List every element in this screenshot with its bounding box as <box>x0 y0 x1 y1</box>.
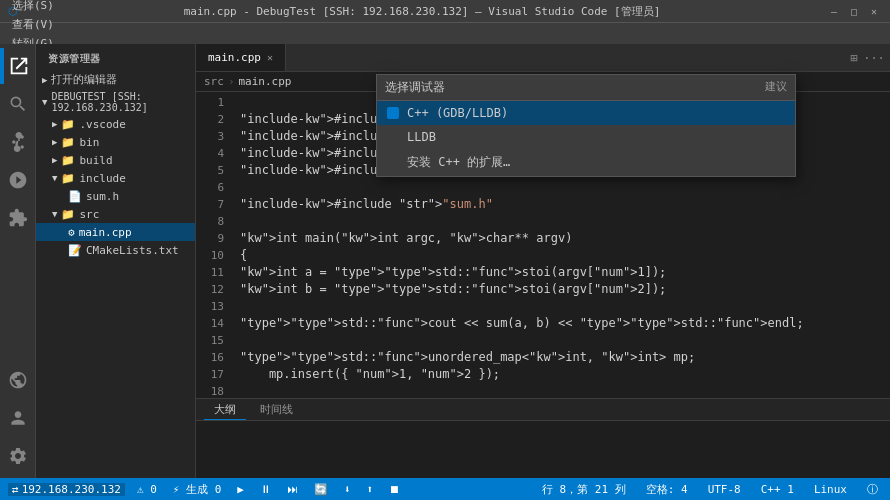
tree-item-label: main.cpp <box>79 226 132 239</box>
breadcrumb-sep1: › <box>228 75 235 88</box>
main-layout: 资源管理器 ▶ 打开的编辑器 ▼ DEBUGTEST [SSH: 192.168… <box>0 44 890 478</box>
menubar: 文件(F)编辑(E)选择(S)查看(V)转到(G)运行(R)终端(T)帮助(H) <box>0 22 890 44</box>
tree-item-vscode[interactable]: ▶ 📁 .vscode <box>36 115 195 133</box>
activity-bar <box>0 44 36 478</box>
file-icon: 📝 <box>68 244 82 257</box>
folder-icon: 📁 <box>61 154 75 167</box>
tree-item-label: .vscode <box>79 118 125 131</box>
panel-tabs: 大纲 时间线 <box>196 399 890 421</box>
line-number-13: 13 <box>196 298 224 315</box>
open-editors-section[interactable]: ▶ 打开的编辑器 <box>36 70 195 89</box>
accounts-icon[interactable] <box>0 400 36 436</box>
code-line-8 <box>240 213 890 230</box>
project-chevron: ▼ <box>42 97 47 107</box>
code-line-6 <box>240 179 890 196</box>
line-number-12: 12 <box>196 281 224 298</box>
debug-suggestion-label: 建议 <box>765 79 787 94</box>
code-line-13 <box>240 298 890 315</box>
line-endings[interactable]: Linux <box>810 483 851 496</box>
folder-icon: 📁 <box>61 208 75 221</box>
remote-icon: ⇄ <box>12 483 19 496</box>
breadcrumb-file[interactable]: main.cpp <box>239 75 292 88</box>
line-number-15: 15 <box>196 332 224 349</box>
code-line-12: "kw">int b = "type">"type">std::"func">s… <box>240 281 890 298</box>
debug-option-1[interactable]: LLDB <box>377 125 795 149</box>
menu-item-v[interactable]: 查看(V) <box>4 15 62 34</box>
line-number-3: 3 <box>196 128 224 145</box>
remote-status-item[interactable]: ⇄ 192.168.230.132 <box>8 483 125 496</box>
tree-item-build[interactable]: ▶ 📁 build <box>36 151 195 169</box>
explorer-header: 资源管理器 <box>36 44 195 70</box>
folder-chevron: ▶ <box>52 119 57 129</box>
project-section[interactable]: ▼ DEBUGTEST [SSH: 192.168.230.132] <box>36 89 195 115</box>
line-number-4: 4 <box>196 145 224 162</box>
notifications-icon[interactable]: ⓘ <box>863 482 882 497</box>
breadcrumb-src[interactable]: src <box>204 75 224 88</box>
folder-chevron: ▶ <box>52 137 57 147</box>
debug-selector[interactable]: 选择调试器 建议 C++ (GDB/LLDB)LLDB安装 C++ 的扩展… <box>376 74 796 177</box>
panel-tab-outline[interactable]: 大纲 <box>204 400 246 420</box>
tree-item-maincpp[interactable]: ⚙ main.cpp <box>36 223 195 241</box>
source-control-icon[interactable] <box>0 124 36 160</box>
project-label: DEBUGTEST [SSH: 192.168.230.132] <box>51 91 189 113</box>
debug-selector-header: 选择调试器 建议 <box>377 75 795 101</box>
line-number-18: 18 <box>196 383 224 398</box>
open-editors-label: 打开的编辑器 <box>51 72 117 87</box>
statusbar: ⇄ 192.168.230.132 ⚠ 0 ⚡ 生成 0 ▶ ⏸ ⏭ 🔄 ⬇ ⬆… <box>0 478 890 500</box>
stop-button[interactable]: ⏹ <box>385 483 404 496</box>
run-icon[interactable] <box>0 162 36 198</box>
more-actions-icon[interactable]: ··· <box>866 50 882 66</box>
folder-icon: 📁 <box>61 172 75 185</box>
settings-icon[interactable] <box>0 438 36 474</box>
explorer-icon[interactable] <box>0 48 36 84</box>
search-icon[interactable] <box>0 86 36 122</box>
menu-item-s[interactable]: 选择(S) <box>4 0 62 15</box>
debug-option-2[interactable]: 安装 C++ 的扩展… <box>377 149 795 176</box>
titlebar-title: main.cpp - DebugTest [SSH: 192.168.230.1… <box>18 4 826 19</box>
debug-option-label-2: 安装 C++ 的扩展… <box>407 154 785 171</box>
run-button[interactable]: ▶ <box>233 483 248 496</box>
tree-item-sumh[interactable]: 📄 sum.h <box>36 187 195 205</box>
tree-item-src[interactable]: ▼ 📁 src <box>36 205 195 223</box>
maximize-button[interactable]: □ <box>846 3 862 19</box>
remote-icon[interactable] <box>0 362 36 398</box>
step-out-button[interactable]: ⬆ <box>363 483 378 496</box>
language-mode[interactable]: C++ 1 <box>757 483 798 496</box>
split-editor-icon[interactable]: ⊞ <box>846 50 862 66</box>
statusbar-right: 行 8，第 21 列 空格: 4 UTF-8 C++ 1 Linux ⓘ <box>538 482 882 497</box>
folder-icon: 📁 <box>61 136 75 149</box>
debug-option-0[interactable]: C++ (GDB/LLDB) <box>377 101 795 125</box>
titlebar: ⬡ main.cpp - DebugTest [SSH: 192.168.230… <box>0 0 890 22</box>
tree-item-label: build <box>79 154 112 167</box>
folder-icon: 📁 <box>61 118 75 131</box>
build-status-item[interactable]: ⚡ 生成 0 <box>169 482 226 497</box>
extensions-icon[interactable] <box>0 200 36 236</box>
tab-main-cpp[interactable]: main.cpp ✕ <box>196 44 286 71</box>
code-line-9: "kw">int main("kw">int argc, "kw">char**… <box>240 230 890 247</box>
tree-item-cmakeliststxt[interactable]: 📝 CMakeLists.txt <box>36 241 195 259</box>
line-number-1: 1 <box>196 94 224 111</box>
indentation[interactable]: 空格: 4 <box>642 482 692 497</box>
code-line-18 <box>240 383 890 398</box>
step-into-button[interactable]: ⬇ <box>340 483 355 496</box>
line-number-8: 8 <box>196 213 224 230</box>
cursor-position[interactable]: 行 8，第 21 列 <box>538 482 630 497</box>
file-icon: 📄 <box>68 190 82 203</box>
selected-indicator <box>387 107 399 119</box>
pause-button[interactable]: ⏸ <box>256 483 275 496</box>
encoding[interactable]: UTF-8 <box>704 483 745 496</box>
close-button[interactable]: ✕ <box>866 3 882 19</box>
line-number-5: 5 <box>196 162 224 179</box>
restart-button[interactable]: 🔄 <box>310 483 332 496</box>
tree-item-bin[interactable]: ▶ 📁 bin <box>36 133 195 151</box>
code-line-7: "include-kw">#include "str">"sum.h" <box>240 196 890 213</box>
error-status-item[interactable]: ⚠ 0 <box>133 483 161 496</box>
minimize-button[interactable]: — <box>826 3 842 19</box>
tab-close-icon[interactable]: ✕ <box>267 52 273 63</box>
tree-item-include[interactable]: ▼ 📁 include <box>36 169 195 187</box>
step-over-button[interactable]: ⏭ <box>283 483 302 496</box>
panel-tab-timeline[interactable]: 时间线 <box>250 400 303 420</box>
code-line-15 <box>240 332 890 349</box>
titlebar-controls[interactable]: — □ ✕ <box>826 3 882 19</box>
line-number-16: 16 <box>196 349 224 366</box>
